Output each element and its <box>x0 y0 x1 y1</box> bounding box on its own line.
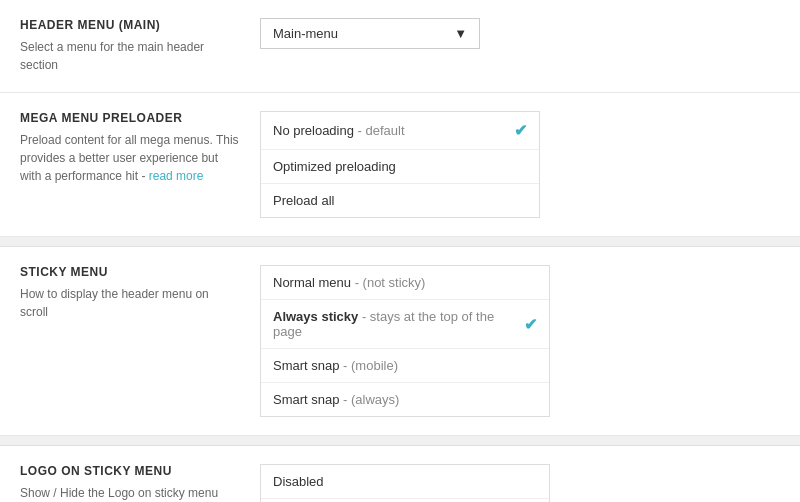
logo-sticky-label: LOGO ON STICKY MENU Show / Hide the Logo… <box>20 464 240 502</box>
mega-menu-desc: Preload content for all mega menus. This… <box>20 131 240 185</box>
sticky-menu-section: STICKY MENU How to display the header me… <box>0 247 800 436</box>
mega-menu-desc-text: Preload content for all mega menus. This… <box>20 133 239 183</box>
header-menu-title: HEADER MENU (MAIN) <box>20 18 240 32</box>
mega-menu-option-1-sub: - default <box>358 123 405 138</box>
mega-menu-option-3[interactable]: Preload all <box>261 184 539 217</box>
sticky-menu-option-3[interactable]: Smart snap - (mobile) <box>261 349 549 383</box>
chevron-down-icon: ▼ <box>454 26 467 41</box>
sticky-menu-option-2[interactable]: Always sticky - stays at the top of the … <box>261 300 549 349</box>
mega-menu-option-3-label: Preload all <box>273 193 527 208</box>
logo-sticky-section: LOGO ON STICKY MENU Show / Hide the Logo… <box>0 446 800 502</box>
mega-menu-option-2[interactable]: Optimized preloading <box>261 150 539 184</box>
header-menu-label: HEADER MENU (MAIN) Select a menu for the… <box>20 18 240 74</box>
mega-menu-option-1-label: No preloading - default <box>273 123 514 138</box>
logo-sticky-desc: Show / Hide the Logo on sticky menu Noti… <box>20 484 240 502</box>
header-menu-desc: Select a menu for the main header sectio… <box>20 38 240 74</box>
sticky-option-1-label: Normal menu - (not sticky) <box>273 275 537 290</box>
sticky-option-2-label: Always sticky - stays at the top of the … <box>273 309 524 339</box>
sticky-option-3-label: Smart snap - (mobile) <box>273 358 537 373</box>
section-divider-2 <box>0 436 800 446</box>
mega-menu-option-2-label: Optimized preloading <box>273 159 527 174</box>
mega-menu-content: No preloading - default ✔ Optimized prel… <box>260 111 780 218</box>
page-container: HEADER MENU (MAIN) Select a menu for the… <box>0 0 800 502</box>
logo-sticky-content: Disabled Header logo - show the header l… <box>260 464 780 502</box>
mega-menu-option-1[interactable]: No preloading - default ✔ <box>261 112 539 150</box>
mega-menu-section: MEGA MENU PRELOADER Preload content for … <box>0 93 800 237</box>
mega-menu-title: MEGA MENU PRELOADER <box>20 111 240 125</box>
sticky-menu-title: STICKY MENU <box>20 265 240 279</box>
sticky-option-3-sub: - (mobile) <box>343 358 398 373</box>
check-icon-mega-1: ✔ <box>514 121 527 140</box>
sticky-option-1-sub: - (not sticky) <box>355 275 426 290</box>
sticky-option-4-sub: - (always) <box>343 392 399 407</box>
sticky-menu-option-4[interactable]: Smart snap - (always) <box>261 383 549 416</box>
logo-sticky-title: LOGO ON STICKY MENU <box>20 464 240 478</box>
sticky-menu-options: Normal menu - (not sticky) Always sticky… <box>260 265 550 417</box>
logo-sticky-option-1[interactable]: Disabled <box>261 465 549 499</box>
logo-sticky-options: Disabled Header logo - show the header l… <box>260 464 550 502</box>
sticky-menu-label: STICKY MENU How to display the header me… <box>20 265 240 321</box>
main-menu-dropdown[interactable]: Main-menu ▼ <box>260 18 480 49</box>
read-more-link[interactable]: read more <box>149 169 204 183</box>
check-icon-sticky-2: ✔ <box>524 315 537 334</box>
mega-menu-label: MEGA MENU PRELOADER Preload content for … <box>20 111 240 185</box>
main-menu-dropdown-value: Main-menu <box>273 26 338 41</box>
mega-menu-options: No preloading - default ✔ Optimized prel… <box>260 111 540 218</box>
sticky-option-4-label: Smart snap - (always) <box>273 392 537 407</box>
header-menu-section: HEADER MENU (MAIN) Select a menu for the… <box>0 0 800 93</box>
sticky-menu-desc: How to display the header menu on scroll <box>20 285 240 321</box>
section-divider-1 <box>0 237 800 247</box>
sticky-menu-content: Normal menu - (not sticky) Always sticky… <box>260 265 780 417</box>
header-menu-content: Main-menu ▼ <box>260 18 780 49</box>
sticky-menu-option-1[interactable]: Normal menu - (not sticky) <box>261 266 549 300</box>
logo-option-1-label: Disabled <box>273 474 537 489</box>
